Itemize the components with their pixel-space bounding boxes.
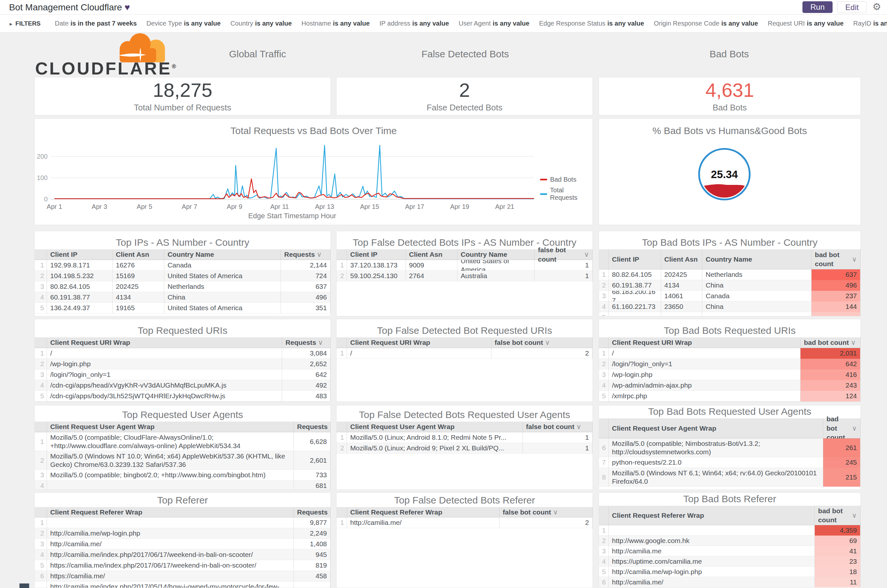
text-cell[interactable]: 60.191.38.77 [47, 292, 113, 303]
text-cell[interactable]: 16276 [113, 260, 165, 271]
value-cell[interactable]: 945 [294, 549, 331, 560]
text-cell[interactable]: 136.24.49.37 [47, 303, 113, 314]
text-cell[interactable] [661, 312, 703, 316]
timeseries-chart[interactable]: 0100200Apr 1Apr 3Apr 5Apr 7Apr 9Apr 11Ap… [35, 119, 593, 225]
text-cell[interactable]: https://camilia.me/index.php/2017/06/17/… [47, 560, 294, 571]
sort-header[interactable]: bad bot count ∨ [800, 338, 860, 348]
value-cell[interactable]: 492 [282, 380, 331, 391]
sort-header[interactable]: false bot count ∨ [535, 249, 592, 260]
text-cell[interactable]: /wp-admin/admin-ajax.php [609, 380, 800, 391]
legend-item[interactable]: Total Requests [540, 186, 592, 201]
value-cell[interactable]: 4,359 [815, 525, 860, 536]
value-cell[interactable]: 23 [815, 556, 860, 567]
column-header[interactable]: Country Name [164, 249, 281, 260]
text-cell[interactable]: https://camilia.me/ [47, 571, 294, 582]
text-cell[interactable]: http://camilia.me/index.php/2017/06/17/w… [47, 549, 294, 560]
text-cell[interactable]: 60.191.38.77 [609, 280, 661, 291]
column-header[interactable]: Client Request Referer Wrap [609, 506, 815, 525]
sort-header[interactable]: bad bot count ∨ [812, 249, 860, 269]
value-cell[interactable]: 11 [815, 577, 860, 587]
value-cell[interactable]: 215 [823, 468, 860, 487]
column-header[interactable]: Client Asn [661, 249, 703, 269]
text-cell[interactable]: /wp-login.php [609, 369, 800, 380]
value-cell[interactable]: 41 [815, 546, 860, 556]
text-cell[interactable]: http://camilia.me/ [609, 577, 815, 587]
value-cell[interactable]: 681 [294, 480, 331, 490]
text-cell[interactable]: 4134 [113, 292, 165, 303]
text-cell[interactable]: 68.183.200.167 [609, 291, 661, 302]
column-header[interactable]: Client Request User Agent Wrap [47, 422, 294, 432]
value-cell[interactable]: 237 [812, 291, 860, 302]
column-header[interactable]: Country Name [457, 249, 535, 260]
value-cell[interactable]: 351 [281, 303, 331, 314]
sort-header[interactable]: bad bot count ∨ [815, 506, 860, 525]
value-cell[interactable]: 144 [812, 302, 860, 312]
value-cell[interactable]: 124 [800, 391, 860, 402]
text-cell[interactable]: Canada [164, 260, 281, 271]
value-cell[interactable]: 819 [294, 560, 331, 571]
value-cell[interactable]: 2,601 [294, 451, 331, 470]
value-cell[interactable]: 416 [800, 369, 860, 380]
sort-header[interactable]: false bot count ∨ [499, 507, 592, 518]
text-cell[interactable]: http://camilia.me [609, 546, 815, 556]
value-cell[interactable]: 284 [294, 582, 331, 588]
value-cell[interactable]: 496 [281, 292, 331, 303]
filter-item[interactable]: User Agentis any value [459, 20, 529, 27]
text-cell[interactable]: http://camilia.me/ [47, 539, 294, 549]
text-cell[interactable]: China [702, 280, 812, 291]
value-cell[interactable]: 496 [812, 280, 860, 291]
value-cell[interactable]: 2 [499, 518, 592, 528]
value-cell[interactable]: 642 [282, 369, 331, 380]
text-cell[interactable] [47, 518, 294, 528]
text-cell[interactable]: /login/?login_only=1 [47, 369, 282, 380]
text-cell[interactable] [47, 480, 294, 490]
legend-item[interactable]: Bad Bots [540, 176, 592, 183]
text-cell[interactable]: 4134 [661, 280, 703, 291]
text-cell[interactable]: python-requests/2.21.0 [609, 457, 823, 468]
scrollbar-thumb[interactable] [20, 584, 29, 588]
column-header[interactable]: Client IP [47, 249, 113, 260]
text-cell[interactable]: Mozilla/5.0 (Windows NT 6.1; Win64; x64;… [609, 468, 823, 487]
value-cell[interactable]: 243 [800, 380, 860, 391]
sort-header[interactable]: Requests ∨ [294, 507, 331, 518]
text-cell[interactable]: / [609, 348, 800, 359]
column-header[interactable]: Client Asn [113, 249, 165, 260]
value-cell[interactable]: 9,877 [294, 518, 331, 528]
value-cell[interactable]: 637 [812, 269, 860, 280]
text-cell[interactable]: /login/?login_only=1 [609, 359, 800, 369]
filter-item[interactable]: Origin Response Codeis any value [654, 20, 758, 27]
text-cell[interactable]: http://www.google.com.hk [609, 536, 815, 546]
text-cell[interactable]: https://uptime.com/camilia.me [609, 556, 815, 567]
value-cell[interactable]: 724 [281, 271, 331, 281]
column-header[interactable]: Client Request URI Wrap [609, 338, 800, 348]
text-cell[interactable]: China [164, 292, 281, 303]
column-header[interactable]: Client Asn [406, 249, 458, 260]
text-cell[interactable]: Netherlands [702, 269, 812, 280]
text-cell[interactable]: / [47, 348, 282, 359]
value-cell[interactable]: 69 [815, 536, 860, 546]
filters-toggle[interactable]: ▸FILTERS [10, 20, 41, 27]
filter-item[interactable]: IP addressis any value [379, 20, 449, 27]
text-cell[interactable]: http://camilia.me/ [347, 518, 499, 528]
text-cell[interactable]: Australia [457, 271, 535, 281]
text-cell[interactable]: 202425 [113, 281, 165, 292]
column-header[interactable]: Client Request Referer Wrap [47, 507, 294, 518]
text-cell[interactable] [609, 312, 661, 316]
text-cell[interactable]: United States of America [164, 303, 281, 314]
text-cell[interactable]: 2764 [406, 271, 458, 281]
filter-item[interactable]: Edge Response Statusis any value [539, 20, 644, 27]
sort-header[interactable]: false bot count ∨ [492, 338, 592, 348]
bad-bots-perctarget-gauge[interactable]: 25.34 [698, 147, 751, 201]
column-header[interactable]: Client IP [347, 249, 406, 260]
value-cell[interactable]: 637 [281, 281, 331, 292]
gear-icon[interactable]: ⚙ [872, 1, 881, 12]
text-cell[interactable]: Mozilla/5.0 (compatible; Nimbostratus-Bo… [609, 438, 823, 457]
filter-item[interactable]: Countryis any value [230, 20, 292, 27]
sort-header[interactable]: Requests ∨ [294, 422, 331, 432]
value-cell[interactable]: 1 [523, 432, 592, 443]
text-cell[interactable]: United States of America [164, 271, 281, 281]
text-cell[interactable]: 23650 [661, 302, 703, 312]
filter-item[interactable]: Hostnameis any value [302, 20, 370, 27]
value-cell[interactable]: 245 [823, 457, 860, 468]
value-cell[interactable]: 261 [823, 438, 860, 457]
